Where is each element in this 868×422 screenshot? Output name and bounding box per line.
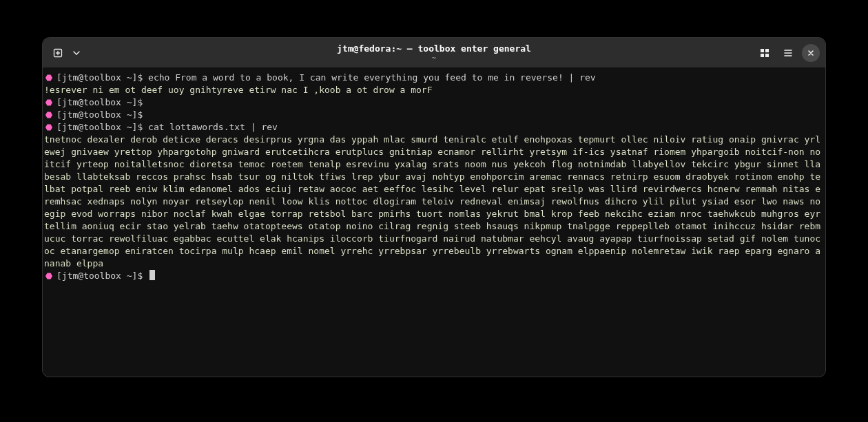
cursor [149, 270, 155, 280]
svg-rect-3 [761, 54, 764, 57]
new-tab-button[interactable] [48, 43, 68, 63]
command-text: echo From a word to a book, I can write … [148, 72, 596, 83]
hamburger-menu-button[interactable] [778, 43, 798, 63]
tab-menu-button[interactable] [70, 43, 83, 63]
output-text: !esrever ni em ot deef uoy gnihtyreve et… [43, 84, 825, 96]
hexagon-icon [45, 273, 52, 279]
terminal-window: jtm@fedora:~ — toolbox enter general ~ [43, 38, 825, 377]
prompt-line: [jtm@toolbox ~]$ [43, 96, 825, 109]
hexagon-icon [45, 99, 52, 106]
hexagon-icon [45, 124, 52, 131]
window-subtitle: ~ [43, 54, 825, 62]
prompt-line: [jtm@toolbox ~]$ [43, 109, 825, 121]
grid-icon [759, 48, 770, 59]
overview-button[interactable] [755, 43, 774, 63]
svg-rect-4 [765, 54, 769, 57]
close-icon [807, 49, 815, 57]
command-text: cat lottawords.txt | rev [148, 122, 278, 132]
hexagon-icon [45, 112, 52, 118]
new-tab-icon [52, 48, 63, 59]
window-title: jtm@fedora:~ — toolbox enter general [43, 43, 825, 54]
titlebar-right-controls [755, 38, 820, 67]
prompt-text: [jtm@toolbox ~]$ [56, 122, 143, 132]
hamburger-icon [783, 48, 794, 59]
titlebar: jtm@fedora:~ — toolbox enter general ~ [43, 38, 825, 67]
prompt-text: [jtm@toolbox ~]$ [56, 271, 143, 281]
terminal-body[interactable]: [jtm@toolbox ~]$ echo From a word to a b… [43, 67, 825, 377]
svg-rect-1 [761, 49, 764, 52]
output-text: tnetnoc dexaler derob deticxe deracs des… [43, 134, 825, 270]
prompt-line: [jtm@toolbox ~]$ cat lottawords.txt | re… [43, 121, 825, 134]
prompt-text: [jtm@toolbox ~]$ [56, 109, 143, 120]
prompt-line: [jtm@toolbox ~]$ echo From a word to a b… [43, 72, 825, 84]
titlebar-left-controls [43, 43, 83, 63]
prompt-text: [jtm@toolbox ~]$ [56, 72, 143, 83]
prompt-line: [jtm@toolbox ~]$ [43, 270, 825, 282]
hexagon-icon [45, 74, 52, 81]
svg-rect-2 [765, 49, 769, 52]
title-area: jtm@fedora:~ — toolbox enter general ~ [43, 43, 825, 62]
close-button[interactable] [802, 44, 820, 62]
chevron-down-icon [72, 49, 81, 57]
prompt-text: [jtm@toolbox ~]$ [56, 97, 143, 107]
